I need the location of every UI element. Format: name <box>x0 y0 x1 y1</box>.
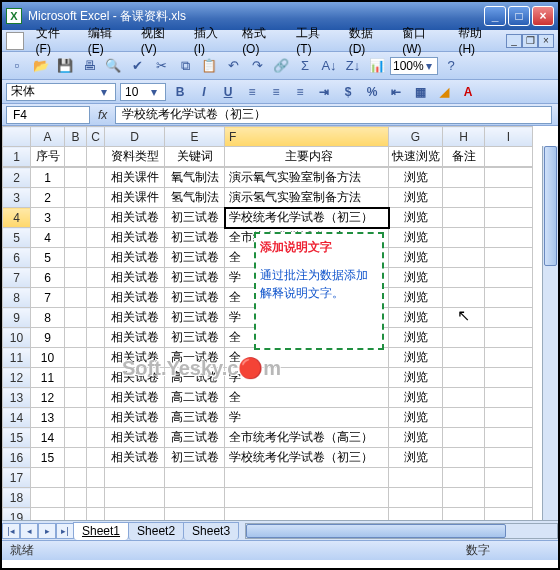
row-header[interactable]: 4 <box>3 208 31 228</box>
cell[interactable]: 12 <box>31 388 65 408</box>
col-header-a[interactable]: A <box>31 127 65 147</box>
row-header[interactable]: 10 <box>3 328 31 348</box>
cell[interactable]: 2 <box>31 188 65 208</box>
row-header[interactable]: 6 <box>3 248 31 268</box>
spell-icon[interactable]: ✔ <box>126 55 148 77</box>
row-header[interactable]: 19 <box>3 508 31 521</box>
row-header[interactable]: 18 <box>3 488 31 508</box>
merge-button[interactable]: ⇥ <box>314 82 334 102</box>
row-header[interactable]: 2 <box>3 168 31 188</box>
name-box[interactable]: F4 <box>6 106 90 124</box>
control-menu-icon[interactable] <box>6 32 24 50</box>
row-header[interactable]: 17 <box>3 468 31 488</box>
col-header-b[interactable]: B <box>65 127 87 147</box>
menu-file[interactable]: 文件(F) <box>30 23 80 58</box>
cell[interactable]: 5 <box>31 248 65 268</box>
redo-icon[interactable]: ↷ <box>246 55 268 77</box>
sort-desc-icon[interactable]: Z↓ <box>342 55 364 77</box>
cell[interactable]: 15 <box>31 448 65 468</box>
paste-icon[interactable]: 📋 <box>198 55 220 77</box>
sort-asc-icon[interactable]: A↓ <box>318 55 340 77</box>
row-header[interactable]: 9 <box>3 308 31 328</box>
cell[interactable]: 3 <box>31 208 65 228</box>
worksheet-grid[interactable]: A B C D E F G H I 1 序号 资料类型 关键词 主要内容 快速浏… <box>2 126 558 520</box>
align-left-button[interactable]: ≡ <box>242 82 262 102</box>
menu-tools[interactable]: 工具(T) <box>290 23 340 58</box>
font-name-combo[interactable]: 宋体▾ <box>6 83 116 101</box>
mdi-close-button[interactable]: × <box>538 34 554 48</box>
tab-prev-button[interactable]: ◂ <box>20 523 38 539</box>
col-header-g[interactable]: G <box>389 127 443 147</box>
vscroll-thumb[interactable] <box>544 146 557 266</box>
open-icon[interactable]: 📂 <box>30 55 52 77</box>
sheet-tab-1[interactable]: Sheet1 <box>73 522 129 540</box>
row-header[interactable]: 1 <box>3 147 31 167</box>
fill-color-button[interactable]: ◢ <box>434 82 454 102</box>
cell[interactable]: 6 <box>31 268 65 288</box>
align-right-button[interactable]: ≡ <box>290 82 310 102</box>
currency-button[interactable]: $ <box>338 82 358 102</box>
col-header-f[interactable]: F <box>225 127 389 147</box>
select-all-corner[interactable] <box>3 127 31 147</box>
print-icon[interactable]: 🖶 <box>78 55 100 77</box>
row-header[interactable]: 15 <box>3 428 31 448</box>
row-header[interactable]: 5 <box>3 228 31 248</box>
menu-view[interactable]: 视图(V) <box>135 23 186 58</box>
menu-insert[interactable]: 插入(I) <box>188 23 234 58</box>
undo-icon[interactable]: ↶ <box>222 55 244 77</box>
menu-window[interactable]: 窗口(W) <box>396 23 450 58</box>
cell[interactable]: 13 <box>31 408 65 428</box>
tab-last-button[interactable]: ▸| <box>56 523 74 539</box>
row-header[interactable]: 14 <box>3 408 31 428</box>
sheet-tab-3[interactable]: Sheet3 <box>183 522 239 540</box>
cell[interactable]: 11 <box>31 368 65 388</box>
mdi-minimize-button[interactable]: _ <box>506 34 522 48</box>
new-icon[interactable]: ▫ <box>6 55 28 77</box>
align-center-button[interactable]: ≡ <box>266 82 286 102</box>
copy-icon[interactable]: ⧉ <box>174 55 196 77</box>
cell[interactable]: 序号 <box>31 147 65 167</box>
close-button[interactable]: × <box>532 6 554 26</box>
cell[interactable]: 14 <box>31 428 65 448</box>
horizontal-scrollbar[interactable] <box>245 523 558 539</box>
cell[interactable]: 4 <box>31 228 65 248</box>
row-header[interactable]: 3 <box>3 188 31 208</box>
menu-format[interactable]: 格式(O) <box>236 23 288 58</box>
font-color-button[interactable]: A <box>458 82 478 102</box>
cell[interactable]: 9 <box>31 328 65 348</box>
help-icon[interactable]: ? <box>440 55 462 77</box>
sum-icon[interactable]: Σ <box>294 55 316 77</box>
row-header[interactable]: 13 <box>3 388 31 408</box>
row-header[interactable]: 7 <box>3 268 31 288</box>
row-header[interactable]: 8 <box>3 288 31 308</box>
maximize-button[interactable]: □ <box>508 6 530 26</box>
fx-icon[interactable]: fx <box>98 108 107 122</box>
zoom-combo[interactable]: 100%▾ <box>390 57 438 75</box>
cell[interactable]: 7 <box>31 288 65 308</box>
percent-button[interactable]: % <box>362 82 382 102</box>
bold-button[interactable]: B <box>170 82 190 102</box>
menu-data[interactable]: 数据(D) <box>343 23 395 58</box>
underline-button[interactable]: U <box>218 82 238 102</box>
col-header-d[interactable]: D <box>105 127 165 147</box>
cell[interactable]: 1 <box>31 168 65 188</box>
row-header[interactable]: 16 <box>3 448 31 468</box>
borders-button[interactable]: ▦ <box>410 82 430 102</box>
col-header-h[interactable]: H <box>443 127 485 147</box>
vertical-scrollbar[interactable] <box>542 146 558 520</box>
col-header-i[interactable]: I <box>485 127 533 147</box>
col-header-c[interactable]: C <box>87 127 105 147</box>
cell[interactable]: 10 <box>31 348 65 368</box>
cell[interactable]: 8 <box>31 308 65 328</box>
mdi-restore-button[interactable]: ❐ <box>522 34 538 48</box>
save-icon[interactable]: 💾 <box>54 55 76 77</box>
hscroll-thumb[interactable] <box>246 524 506 538</box>
tab-first-button[interactable]: |◂ <box>2 523 20 539</box>
font-size-combo[interactable]: 10▾ <box>120 83 166 101</box>
indent-button[interactable]: ⇤ <box>386 82 406 102</box>
row-header[interactable]: 11 <box>3 348 31 368</box>
col-header-e[interactable]: E <box>165 127 225 147</box>
preview-icon[interactable]: 🔍 <box>102 55 124 77</box>
cell-comment-popup[interactable]: 添加说明文字 通过批注为数据添加解释说明文字。 <box>254 232 384 350</box>
link-icon[interactable]: 🔗 <box>270 55 292 77</box>
